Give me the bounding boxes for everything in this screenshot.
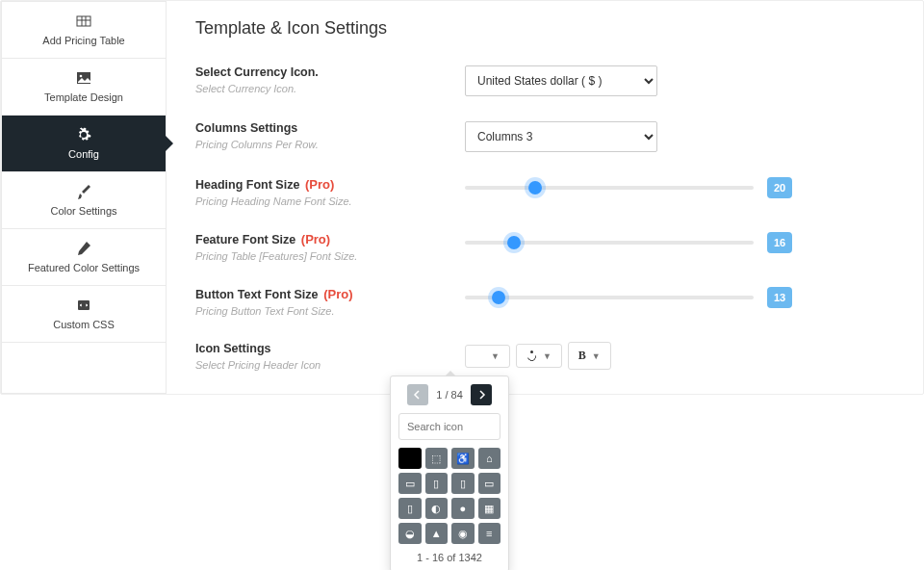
heading-font-value: 20 bbox=[767, 177, 792, 198]
sidebar-item-label: Add Pricing Table bbox=[42, 35, 124, 46]
icon-picker-trigger-1[interactable]: ▼ bbox=[465, 345, 510, 368]
pencil-icon bbox=[76, 241, 91, 256]
feature-font-label: Feature Font Size bbox=[195, 233, 295, 246]
sidebar-item-custom-css[interactable]: Custom CSS bbox=[2, 286, 166, 343]
sidebar-item-template-design[interactable]: Template Design bbox=[2, 59, 166, 116]
button-font-slider[interactable] bbox=[465, 296, 754, 299]
sidebar-item-label: Config bbox=[68, 148, 99, 160]
icon-settings-hint: Select Pricing Header Icon bbox=[195, 359, 449, 371]
pager-text: 1 / 84 bbox=[436, 389, 463, 395]
sidebar-item-config[interactable]: Config bbox=[2, 116, 166, 172]
feature-font-value: 16 bbox=[767, 232, 792, 253]
feature-font-hint: Pricing Table [Features] Font Size. bbox=[195, 250, 449, 262]
currency-hint: Select Currency Icon. bbox=[195, 83, 449, 94]
heading-font-slider[interactable] bbox=[465, 186, 754, 190]
sidebar-item-label: Custom CSS bbox=[53, 319, 115, 330]
icon-picker-trigger-3[interactable]: B▼ bbox=[568, 342, 611, 370]
feature-font-slider[interactable] bbox=[465, 241, 754, 245]
pro-badge: (Pro) bbox=[323, 287, 352, 301]
sidebar-item-label: Color Settings bbox=[50, 205, 116, 217]
bold-icon: B bbox=[578, 349, 586, 363]
accessibility-icon bbox=[526, 350, 537, 361]
caret-down-icon: ▼ bbox=[592, 351, 601, 361]
main-panel: Template & Icon Settings Select Currency… bbox=[167, 1, 923, 394]
pager-prev-button[interactable] bbox=[407, 384, 428, 395]
pro-badge: (Pro) bbox=[301, 232, 330, 246]
sidebar-item-label: Template Design bbox=[44, 91, 123, 103]
pager-next-button[interactable] bbox=[471, 384, 492, 395]
caret-down-icon: ▼ bbox=[543, 351, 552, 361]
sidebar-item-color-settings[interactable]: Color Settings bbox=[2, 172, 166, 229]
heading-font-label: Heading Font Size bbox=[195, 178, 299, 192]
caret-down-icon: ▼ bbox=[491, 351, 500, 361]
icon-picker-popup: 1 / 84 ⬚ ♿ ⌂ ▭ ▯ ▯ ▭ ▯ ◐ ● ▦ ◒ ▲ ◉ ≡ 1 -… bbox=[390, 376, 509, 395]
sidebar: Add Pricing Table Template Design Config… bbox=[1, 1, 167, 394]
sidebar-item-label: Featured Color Settings bbox=[28, 262, 140, 273]
pro-badge: (Pro) bbox=[305, 177, 334, 192]
brush-icon bbox=[76, 184, 91, 199]
svg-rect-0 bbox=[77, 16, 90, 26]
columns-label: Columns Settings bbox=[195, 121, 449, 135]
code-icon bbox=[76, 298, 91, 313]
page-title: Template & Icon Settings bbox=[195, 18, 894, 39]
columns-hint: Pricing Columns Per Row. bbox=[195, 139, 449, 150]
columns-select[interactable]: Columns 3 bbox=[465, 121, 657, 152]
icon-picker-trigger-2[interactable]: ▼ bbox=[516, 344, 562, 368]
currency-select[interactable]: United States dollar ( $ ) bbox=[465, 65, 657, 96]
table-icon bbox=[76, 13, 91, 29]
svg-point-5 bbox=[80, 75, 83, 78]
gear-icon bbox=[76, 127, 91, 142]
heading-font-hint: Pricing Heading Name Font Size. bbox=[195, 195, 449, 207]
currency-label: Select Currency Icon. bbox=[195, 65, 449, 79]
button-font-hint: Pricing Button Text Font Size. bbox=[195, 305, 449, 317]
sidebar-item-add-pricing-table[interactable]: Add Pricing Table bbox=[2, 2, 166, 59]
sidebar-item-featured-color-settings[interactable]: Featured Color Settings bbox=[2, 229, 166, 286]
icon-settings-label: Icon Settings bbox=[195, 342, 449, 355]
button-font-value: 13 bbox=[767, 287, 792, 308]
image-icon bbox=[76, 70, 91, 86]
button-font-label: Button Text Font Size bbox=[195, 288, 319, 301]
